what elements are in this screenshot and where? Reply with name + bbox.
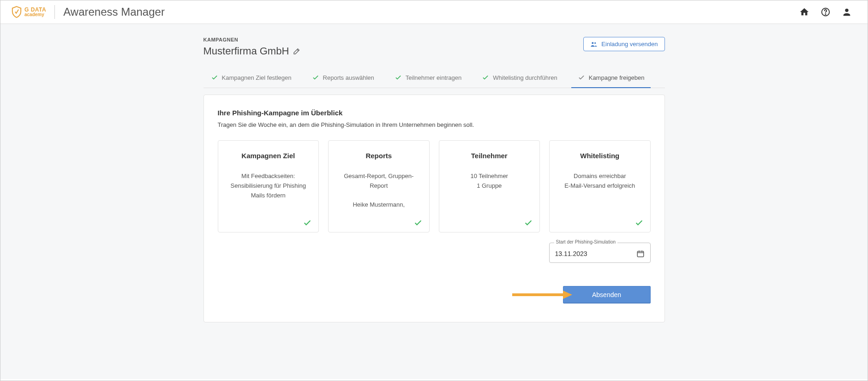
edit-icon[interactable] [293, 47, 301, 55]
brand-sub: academy [24, 12, 46, 17]
summary-card-3: Teilnehmer10 Teilnehmer1 Gruppe [439, 140, 540, 232]
tab-step-5[interactable]: Kampagne freigeben [575, 66, 647, 88]
check-icon [395, 74, 402, 81]
summary-card-4: WhitelistingDomains erreichbarE-Mail-Ver… [549, 140, 651, 232]
home-icon[interactable] [799, 7, 809, 17]
tab-label: Kampagne freigeben [589, 74, 645, 81]
summary-card-title: Teilnehmer [446, 152, 533, 160]
summary-card-body: Domains erreichbarE-Mail-Versand erfolgr… [556, 172, 644, 226]
summary-card-2: ReportsGesamt-Report, Gruppen-Report Hei… [328, 140, 430, 232]
check-icon [312, 74, 319, 81]
tab-label: Reports auswählen [323, 74, 374, 81]
check-icon [482, 74, 489, 81]
account-icon[interactable] [842, 7, 852, 17]
overview-desc: Tragen Sie die Woche ein, an dem die Phi… [218, 121, 651, 128]
calendar-icon[interactable] [636, 250, 645, 258]
summary-card-body: 10 Teilnehmer1 Gruppe [446, 172, 533, 226]
app-title: Awareness Manager [63, 6, 165, 18]
check-icon [303, 218, 312, 227]
top-bar: G DATA academy Awareness Manager [0, 0, 868, 24]
help-icon[interactable] [820, 7, 831, 17]
start-date-label: Start der Phishing-Simulation [554, 239, 618, 244]
tab-step-3[interactable]: Teilnehmer eintragen [392, 66, 464, 88]
tab-step-4[interactable]: Whitelisting durchführen [479, 66, 560, 88]
stepper-tabs: Kampagnen Ziel festlegenReports auswähle… [204, 66, 665, 88]
tab-step-1[interactable]: Kampagnen Ziel festlegen [208, 66, 294, 88]
summary-card-title: Whitelisting [556, 152, 644, 160]
tab-label: Teilnehmer eintragen [406, 74, 461, 81]
breadcrumb: KAMPAGNEN [204, 37, 301, 42]
summary-card-body: Mit Feedbackseiten:Sensibilisierung für … [225, 172, 312, 226]
start-date-input[interactable] [555, 250, 611, 257]
svg-rect-5 [637, 251, 644, 257]
invite-button[interactable]: Einladung versenden [583, 37, 664, 51]
tab-step-2[interactable]: Reports auswählen [309, 66, 377, 88]
summary-card-1: Kampagnen ZielMit Feedbackseiten:Sensibi… [218, 140, 319, 232]
shield-icon [12, 6, 22, 18]
overview-title: Ihre Phishing-Kampagne im Überblick [218, 109, 651, 117]
check-icon [635, 218, 644, 227]
svg-point-1 [825, 14, 826, 14]
company-name: Musterfirma GmbH [204, 45, 289, 57]
check-icon [211, 74, 218, 81]
svg-point-3 [592, 42, 594, 44]
check-pending-icon [578, 74, 585, 81]
summary-card-title: Reports [335, 152, 423, 160]
invite-label: Einladung versenden [601, 41, 658, 48]
tab-label: Whitelisting durchführen [493, 74, 557, 81]
tab-label: Kampagnen Ziel festlegen [222, 74, 292, 81]
summary-card-body: Gesamt-Report, Gruppen-Report Heike Must… [335, 172, 423, 226]
svg-point-2 [845, 9, 848, 12]
brand-logo: G DATA academy [12, 6, 46, 18]
submit-button[interactable]: Absenden [563, 286, 651, 304]
divider [54, 5, 55, 19]
summary-card-title: Kampagnen Ziel [225, 152, 312, 160]
svg-point-4 [594, 42, 596, 43]
check-icon [413, 218, 423, 227]
people-icon [590, 41, 598, 48]
start-date-field[interactable]: Start der Phishing-Simulation [549, 243, 651, 263]
check-icon [524, 218, 533, 227]
overview-card: Ihre Phishing-Kampagne im Überblick Trag… [204, 95, 665, 322]
